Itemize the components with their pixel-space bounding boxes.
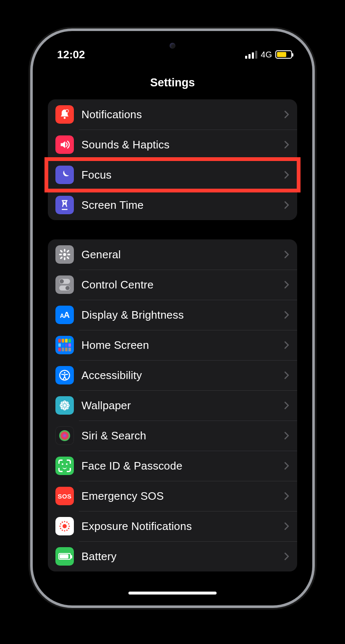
row-label: Battery — [81, 550, 284, 563]
gear-icon — [55, 245, 74, 264]
chevron-right-icon — [284, 401, 290, 410]
chevron-right-icon — [284, 280, 290, 289]
svg-point-10 — [61, 402, 63, 404]
chevron-right-icon — [284, 311, 290, 319]
page-title: Settings — [39, 66, 306, 99]
svg-point-7 — [64, 408, 66, 410]
settings-row-notifications[interactable]: Notifications — [48, 99, 297, 130]
svg-point-17 — [66, 530, 68, 531]
svg-point-20 — [60, 528, 61, 529]
chevron-right-icon — [284, 201, 290, 209]
chevron-right-icon — [284, 492, 290, 500]
svg-point-2 — [63, 253, 66, 256]
chevron-right-icon — [284, 462, 290, 470]
row-label: Home Screen — [81, 339, 284, 352]
settings-row-homescreen[interactable]: Home Screen — [48, 330, 297, 360]
device-frame: 12:02 4G Settings NotificationsSounds & … — [33, 31, 312, 605]
svg-point-19 — [62, 530, 63, 531]
settings-row-wallpaper[interactable]: Wallpaper — [48, 390, 297, 421]
settings-row-controlcentre[interactable]: Control Centre — [48, 270, 297, 300]
settings-row-display[interactable]: AADisplay & Brightness — [48, 300, 297, 330]
chevron-right-icon — [284, 110, 290, 119]
chevron-right-icon — [284, 522, 290, 530]
settings-row-battery[interactable]: Battery — [48, 541, 297, 571]
settings-group: NotificationsSounds & HapticsFocusScreen… — [48, 99, 297, 220]
svg-point-13 — [66, 407, 68, 409]
side-button-volume-up — [29, 162, 33, 202]
row-label: Display & Brightness — [81, 309, 284, 322]
network-type-label: 4G — [261, 50, 272, 60]
accessibility-icon — [55, 366, 74, 384]
siri-icon — [55, 426, 74, 445]
row-label: Face ID & Passcode — [81, 460, 284, 473]
settings-row-focus[interactable]: Focus — [48, 160, 297, 190]
speaker-icon — [55, 135, 74, 154]
settings-row-exposure[interactable]: Exposure Notifications — [48, 511, 297, 541]
svg-point-14 — [59, 430, 70, 441]
svg-point-24 — [64, 521, 65, 522]
settings-group: GeneralControl CentreAADisplay & Brightn… — [48, 239, 297, 571]
chevron-right-icon — [284, 341, 290, 349]
row-label: Sounds & Haptics — [81, 138, 284, 151]
side-button-volume-down — [29, 212, 33, 252]
svg-point-18 — [64, 530, 65, 531]
settings-row-general[interactable]: General — [48, 239, 297, 270]
svg-point-16 — [68, 528, 69, 529]
chevron-right-icon — [284, 140, 290, 149]
svg-point-8 — [60, 405, 63, 407]
side-button-power — [312, 180, 316, 243]
signal-strength-icon — [245, 50, 257, 59]
chevron-right-icon — [284, 250, 290, 259]
toggles-icon — [55, 275, 74, 294]
settings-row-accessibility[interactable]: Accessibility — [48, 360, 297, 390]
row-label: Exposure Notifications — [81, 520, 284, 533]
moon-icon — [55, 166, 74, 184]
textsize-icon: AA — [55, 306, 74, 324]
row-label: Emergency SOS — [81, 490, 284, 503]
chevron-right-icon — [284, 371, 290, 379]
hourglass-icon — [55, 196, 74, 214]
svg-point-0 — [64, 117, 66, 119]
svg-point-9 — [67, 405, 69, 407]
bell-icon — [55, 105, 74, 124]
settings-row-sounds[interactable]: Sounds & Haptics — [48, 130, 297, 160]
side-button-mute — [29, 124, 33, 144]
svg-point-25 — [66, 522, 68, 523]
row-label: Wallpaper — [81, 399, 284, 412]
chevron-right-icon — [284, 552, 290, 561]
screen: 12:02 4G Settings NotificationsSounds & … — [39, 37, 306, 600]
svg-point-26 — [68, 523, 69, 525]
svg-point-4 — [64, 372, 65, 374]
svg-point-5 — [63, 404, 66, 407]
svg-point-27 — [63, 524, 67, 528]
faceid-icon — [55, 457, 74, 475]
status-time: 12:02 — [57, 48, 85, 61]
settings-row-siri[interactable]: Siri & Search — [48, 421, 297, 451]
settings-row-screentime[interactable]: Screen Time — [48, 190, 297, 220]
svg-point-21 — [59, 525, 60, 527]
row-label: General — [81, 248, 284, 261]
svg-point-1 — [65, 109, 68, 112]
exposure-icon — [55, 517, 74, 535]
flower-icon — [55, 396, 74, 415]
chevron-right-icon — [284, 171, 290, 179]
chevron-right-icon — [284, 431, 290, 440]
grid-icon — [55, 336, 74, 354]
battery-status-icon — [275, 50, 292, 59]
svg-point-6 — [64, 401, 66, 403]
row-label: Focus — [81, 169, 284, 182]
home-indicator[interactable] — [128, 592, 217, 595]
row-label: Screen Time — [81, 199, 284, 212]
row-label: Siri & Search — [81, 429, 284, 442]
svg-point-11 — [66, 402, 68, 404]
row-label: Notifications — [81, 108, 284, 121]
row-label: Accessibility — [81, 369, 284, 382]
battery-icon — [55, 547, 74, 566]
sos-icon: SOS — [55, 487, 74, 505]
svg-point-15 — [68, 525, 70, 527]
svg-point-22 — [60, 523, 61, 525]
svg-point-23 — [62, 522, 63, 523]
settings-row-faceid[interactable]: Face ID & Passcode — [48, 451, 297, 481]
settings-row-sos[interactable]: SOSEmergency SOS — [48, 481, 297, 511]
device-notch — [120, 37, 225, 55]
